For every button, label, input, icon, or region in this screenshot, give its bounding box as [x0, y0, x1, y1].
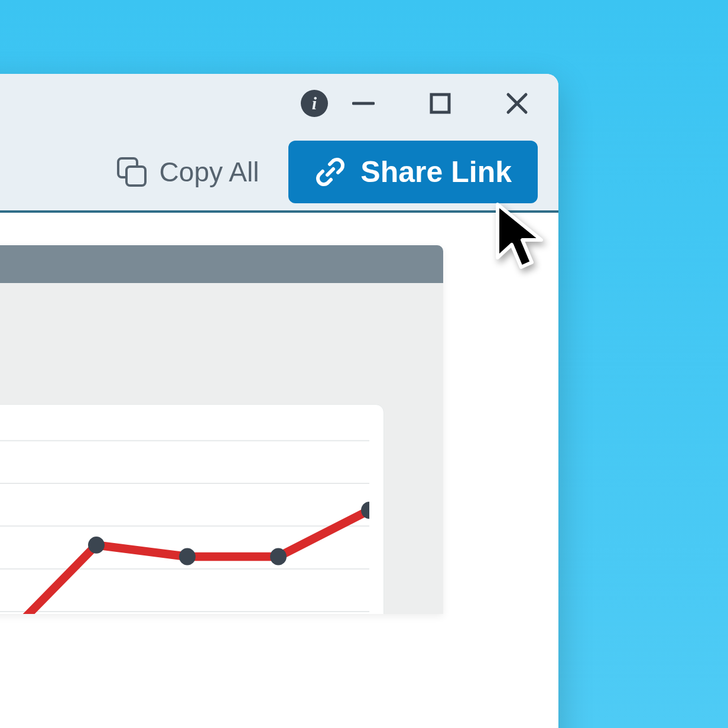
svg-rect-1 — [431, 95, 449, 112]
close-button[interactable] — [505, 92, 529, 115]
chart-series-points — [0, 502, 369, 614]
app-window: i Copy All Share Link — [0, 74, 558, 728]
share-link-button[interactable]: Share Link — [288, 141, 538, 203]
chart-point — [88, 537, 105, 554]
chart-point — [179, 548, 196, 566]
inner-panel — [0, 245, 443, 614]
copy-all-label: Copy All — [160, 156, 259, 188]
chart-card — [0, 404, 384, 614]
maximize-icon — [430, 93, 451, 114]
chart-point — [270, 548, 287, 566]
copy-all-button[interactable]: Copy All — [110, 147, 265, 197]
content-area — [0, 213, 558, 614]
svg-rect-5 — [126, 167, 145, 186]
link-icon — [314, 156, 346, 188]
minimize-icon — [352, 92, 375, 115]
inner-panel-header — [0, 245, 443, 283]
toolbar: Copy All Share Link — [0, 133, 558, 213]
info-icon[interactable]: i — [301, 90, 328, 117]
minimize-button[interactable] — [352, 92, 375, 115]
maximize-button[interactable] — [428, 92, 452, 115]
titlebar: i — [0, 74, 558, 133]
line-chart — [0, 428, 369, 614]
share-link-label: Share Link — [360, 155, 512, 189]
copy-icon — [116, 156, 148, 188]
inner-panel-body — [0, 283, 443, 614]
close-icon — [505, 92, 529, 115]
